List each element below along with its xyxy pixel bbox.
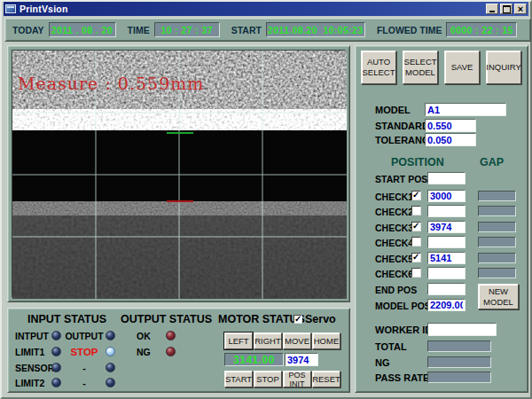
start-label: START [231,25,262,35]
stop-label: STOP [65,347,104,357]
check1-checkbox[interactable] [411,191,421,200]
check4-checkbox[interactable] [411,237,421,246]
pos-init-button[interactable]: POS INIT [283,371,311,387]
flowed-time-label: FLOWED TIME [377,25,442,35]
standard-label: STANDARD [375,121,429,131]
total-row: TOTAL [356,340,528,354]
today-value: 2011 . 08 . 20 [49,22,116,37]
motor-status-header: MOTOR STATUS [218,313,305,325]
gap-display-5 [478,253,516,263]
model-pos-input[interactable] [427,299,466,311]
ok-label: OK [137,331,151,341]
dash-label-1: - [65,363,104,373]
ng-label: NG [375,357,390,368]
total-display [427,340,491,352]
check3-input[interactable] [427,221,466,233]
input-status-row-2: LIMIT1 STOP [8,346,212,358]
camera-image: Measure : 0.559mm [12,51,347,299]
app-icon [5,4,16,13]
maximize-icon[interactable] [500,4,512,14]
tolerance-input[interactable] [425,133,476,146]
check4-input[interactable] [427,236,466,248]
time-value: 10 : 27 : 37 [154,22,220,37]
check1-label: CHECK1 [375,192,413,202]
right-button[interactable]: RIGHT [254,332,282,349]
dash-label-2: - [65,378,104,388]
input-status-row-1: INTPUT OUTPUT [8,330,212,342]
limit1-label: LIMIT1 [15,347,44,357]
model-pos-label: MODEL POS [375,301,431,311]
status-panel: INPUT STATUS OUTPUT STATUS MOTOR STATUS … [7,308,350,393]
time-label: TIME [128,25,150,35]
check2-label: CHECK2 [375,207,413,217]
limit1-led [51,347,61,356]
check4-label: CHECK4 [375,238,413,248]
position-row-start: START POS [356,172,528,186]
minimize-icon[interactable] [486,4,498,14]
select-model-button[interactable]: SELECT MODEL [403,51,438,84]
start-pos-label: START POS [375,174,427,184]
gap-display-4 [478,237,516,247]
check5-input[interactable] [427,252,466,264]
sensor-led [51,363,61,372]
control-panel: AUTO SELECT SELECT MODEL SAVE INQUIRY MO… [355,45,528,393]
total-label: TOTAL [375,341,407,352]
save-button[interactable]: SAVE [444,51,480,84]
start-pos-input[interactable] [427,172,466,184]
ok-led [166,331,176,340]
spare-led-1 [106,363,115,372]
servo-checkbox[interactable] [293,315,302,324]
worker-id-label: WORKER ID [375,325,432,335]
close-icon[interactable] [514,4,527,14]
reset-button[interactable]: RESET [312,371,340,387]
top-info-bar: TODAY 2011 . 08 . 20 TIME 10 : 27 : 37 S… [4,18,531,42]
title-bar: PrintVsion [4,2,528,16]
flowed-time-value: 0000 : 22 : 15 [446,22,517,37]
home-button[interactable]: HOME [312,332,340,349]
stop-button[interactable]: STOP [254,371,282,387]
gap-display-2 [478,206,516,216]
limit2-label: LIMIT2 [15,378,44,388]
limit2-led [51,378,61,387]
inquiry-button[interactable]: INQUIRY [486,51,521,84]
gap-display-6 [478,268,516,278]
start-button[interactable]: START [224,371,253,387]
check2-checkbox[interactable] [411,206,421,215]
upper-edge-marker [167,132,193,134]
servo-label: Servo [305,313,336,325]
gap-display-3 [478,222,516,232]
check2-input[interactable] [427,205,466,217]
pass-rate-label: PASS RATE [375,372,429,383]
model-input[interactable] [425,103,506,116]
pass-rate-row: PASS RATE [356,371,528,385]
camera-view: Measure : 0.559mm [12,50,346,298]
worker-id-input[interactable] [427,323,497,336]
move-button[interactable]: MOVE [283,332,311,349]
check5-checkbox[interactable] [411,253,421,262]
check3-label: CHECK3 [375,223,413,233]
check3-checkbox[interactable] [411,222,421,231]
check6-checkbox[interactable] [411,268,421,278]
today-label: TODAY [12,25,44,35]
pass-rate-display [427,372,491,383]
app-window: PrintVsion TODAY 2011 . 08 . 20 TIME 10 … [0,0,532,399]
model-label: MODEL [375,105,411,115]
motor-target-input[interactable] [285,353,318,366]
check1-input[interactable] [427,190,466,202]
output-status-header: OUTPUT STATUS [121,313,212,325]
check6-label: CHECK6 [375,269,413,279]
new-model-button[interactable]: NEW MODEL [478,284,519,309]
stop-led [106,347,115,356]
input-status-header: INPUT STATUS [27,313,106,325]
auto-select-button[interactable]: AUTO SELECT [361,51,396,84]
end-pos-input[interactable] [427,283,466,295]
lower-edge-marker [167,200,193,202]
start-value: 2011.08.20 10:05:23 [266,22,365,37]
intput-label: INTPUT [15,331,49,341]
ng-led [166,347,176,356]
ng-status-label: NG [137,347,151,357]
left-button[interactable]: LEFT [224,332,253,349]
check6-input[interactable] [427,267,466,279]
end-pos-label: END POS [375,285,417,295]
standard-input[interactable] [425,119,476,132]
